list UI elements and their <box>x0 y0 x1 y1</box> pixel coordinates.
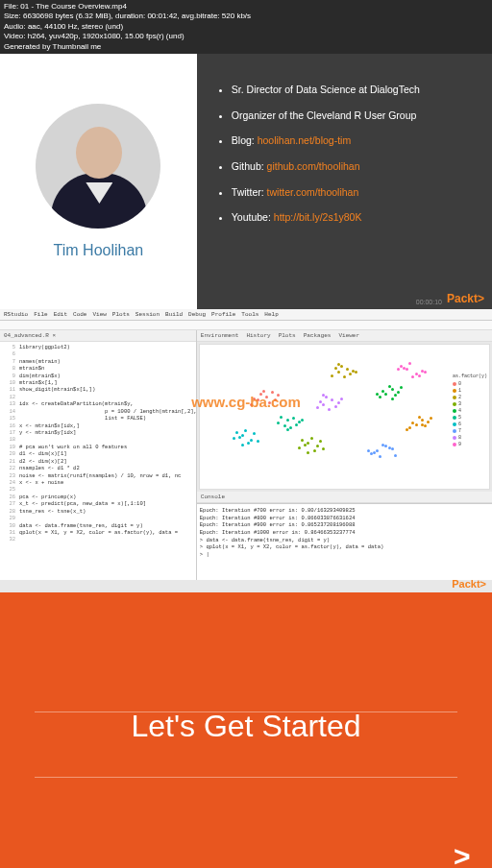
menu-item[interactable]: Plots <box>112 311 130 318</box>
pane-tab[interactable]: Viewer <box>338 332 359 339</box>
file-metadata: File: 01 - The Course Overview.mp4 Size:… <box>0 0 492 54</box>
menu-item[interactable]: RStudio <box>4 311 28 318</box>
menu-item[interactable]: File <box>34 311 47 318</box>
meta-video: Video: h264, yuv420p, 1920x1080, 15.00 f… <box>4 32 488 41</box>
menu-item[interactable]: Build <box>165 311 183 318</box>
bio-left: Tim Hoolihan <box>0 54 197 309</box>
pane-tab[interactable]: History <box>246 332 270 339</box>
legend-item: 8 <box>453 435 487 441</box>
timestamp: 00:00:10 <box>416 299 442 305</box>
plot-legend: as.factor(y)0123456789 <box>453 374 487 448</box>
legend-item: 0 <box>453 381 487 387</box>
console-tab[interactable]: Console <box>201 494 225 500</box>
meta-generated: Generated by Thumbnail me <box>4 42 488 52</box>
toolbar[interactable] <box>0 321 492 330</box>
legend-item: 6 <box>453 422 487 427</box>
pane-tab[interactable]: Packages <box>304 332 332 339</box>
right-top-tabs[interactable]: EnvironmentHistoryPlotsPackagesViewer <box>197 330 492 342</box>
bio-list: Sr. Director of Data Science at DialogTe… <box>214 83 475 225</box>
rstudio-slide: RStudioFileEditCodeViewPlotsSessionBuild… <box>0 309 492 592</box>
bio-link[interactable]: twitter.com/thoolihan <box>267 186 359 198</box>
bio-right: Sr. Director of Data Science at DialogTe… <box>197 54 492 309</box>
avatar <box>36 104 160 229</box>
legend-item: 5 <box>453 415 487 421</box>
menu-item[interactable]: Edit <box>54 311 67 318</box>
divider-bottom <box>35 777 457 778</box>
pane-tab[interactable]: Environment <box>201 332 239 339</box>
bio-link[interactable]: github.com/thoolihan <box>267 160 360 172</box>
bio-item: Blog: hoolihan.net/blog-tim <box>232 133 475 148</box>
source-pane: 04_advanced.R × 5library(ggplot2)67names… <box>0 330 197 580</box>
meta-file: File: 01 - The Course Overview.mp4 <box>4 2 488 12</box>
menu-item[interactable]: Tools <box>241 311 258 318</box>
bio-item: Organizer of the Cleveland R User Group <box>232 108 475 123</box>
menu-bar[interactable]: RStudioFileEditCodeViewPlotsSessionBuild… <box>0 309 492 321</box>
legend-item: 9 <box>453 442 487 447</box>
pane-tab[interactable]: Plots <box>279 332 296 339</box>
slide-title: Let's Get Started <box>131 709 360 744</box>
bio-item: Github: github.com/thoolihan <box>232 159 475 174</box>
console-tab-bar[interactable]: Console <box>197 492 492 503</box>
title-slide: Let's Get Started 00:01:10 > <box>0 592 492 868</box>
watermark: www.cg-ba.com <box>191 394 301 410</box>
legend-item: 2 <box>453 395 487 400</box>
packt-brand: Packt> <box>447 292 484 305</box>
source-tabs[interactable]: 04_advanced.R × <box>0 330 196 342</box>
packt-logo-icon: > <box>454 846 479 868</box>
bio-item: Twitter: twitter.com/thoolihan <box>232 185 475 200</box>
bio-link[interactable]: hoolihan.net/blog-tim <box>258 134 351 146</box>
code-editor[interactable]: 5library(ggplot2)67names(mtrain)8mtrain$… <box>0 342 196 580</box>
legend-item: 7 <box>453 428 487 434</box>
menu-item[interactable]: Profile <box>211 311 235 318</box>
divider-top <box>35 711 457 712</box>
packt-brand: Packt> <box>452 578 486 590</box>
bio-slide: Tim Hoolihan Sr. Director of Data Scienc… <box>0 54 492 309</box>
bio-item: Youtube: http://bit.ly/2s1y80K <box>232 210 475 225</box>
plot-pane[interactable]: as.factor(y)0123456789 <box>199 344 490 490</box>
menu-item[interactable]: View <box>92 311 106 318</box>
bio-item: Sr. Director of Data Science at DialogTe… <box>232 83 475 97</box>
presenter-name: Tim Hoolihan <box>54 242 144 259</box>
menu-item[interactable]: Code <box>73 311 86 318</box>
source-tab[interactable]: 04_advanced.R × <box>4 332 56 339</box>
bio-link[interactable]: http://bit.ly/2s1y80K <box>274 211 362 223</box>
meta-audio: Audio: aac, 44100 Hz, stereo (und) <box>4 22 488 32</box>
console[interactable]: Epoch: Iteration #700 error is: 0.80/163… <box>197 503 492 580</box>
menu-item[interactable]: Session <box>135 311 160 318</box>
meta-size: Size: 6630698 bytes (6.32 MiB), duration… <box>4 12 488 21</box>
menu-item[interactable]: Debug <box>188 311 206 318</box>
legend-item: 3 <box>453 401 487 407</box>
legend-item: 1 <box>453 388 487 394</box>
legend-item: 4 <box>453 408 487 414</box>
scatter-plot <box>211 352 451 475</box>
menu-item[interactable]: Help <box>264 311 278 318</box>
